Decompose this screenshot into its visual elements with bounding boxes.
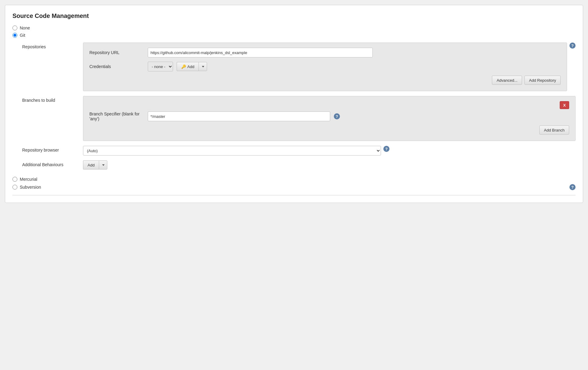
additional-row: Add (83, 160, 576, 170)
radio-group-subversion: Subversion (12, 185, 569, 190)
radio-group-mercurial: Mercurial (12, 177, 576, 182)
branches-content: X Branch Specifier (blank for 'any') ? A… (83, 96, 576, 141)
radio-git-label[interactable]: Git (20, 33, 25, 38)
branch-specifier-input[interactable] (148, 111, 330, 121)
repositories-label: Repositories (22, 43, 83, 49)
bottom-divider (12, 195, 576, 195)
additional-behaviours-content: Add (83, 160, 576, 170)
add-credentials-button[interactable]: 🔑 Add (177, 62, 199, 71)
branches-row: Branches to build X Branch Specifier (bl… (22, 96, 576, 141)
git-section: Repositories Repository URL Credentials (22, 43, 576, 170)
caret-down-icon (202, 66, 204, 67)
credentials-select[interactable]: - none - (148, 62, 173, 71)
radio-git[interactable] (12, 33, 17, 38)
repositories-panel: Repository URL Credentials - none - (83, 43, 567, 91)
add-credentials-button-group: 🔑 Add (177, 62, 207, 71)
radio-mercurial[interactable] (12, 177, 17, 182)
repo-browser-label: Repository browser (22, 146, 83, 152)
radio-group-none: None (12, 26, 576, 30)
radio-none[interactable] (12, 26, 17, 30)
repositories-content: Repository URL Credentials - none - (83, 43, 576, 91)
branches-with-help: X Branch Specifier (blank for 'any') ? A… (83, 96, 576, 141)
repo-browser-with-help: (Auto) ? (83, 146, 576, 156)
additional-behaviours-label: Additional Behaviours (22, 160, 83, 167)
add-behaviour-button-group: Add (83, 160, 107, 170)
repo-browser-row: Repository browser (Auto) ? (22, 146, 576, 156)
radio-group-subversion-row: Subversion ? (12, 184, 576, 190)
branch-specifier-label: Branch Specifier (blank for 'any') (89, 111, 144, 121)
repositories-with-help: Repository URL Credentials - none - (83, 43, 576, 91)
scm-panel: Source Code Management None Git Reposito… (5, 5, 583, 203)
repo-buttons-right: Advanced... Add Repository (89, 76, 561, 85)
radio-none-label[interactable]: None (20, 26, 30, 30)
branch-buttons-right: Add Branch (89, 125, 569, 135)
add-repository-button[interactable]: Add Repository (524, 76, 561, 85)
radio-mercurial-label[interactable]: Mercurial (20, 177, 37, 182)
repo-browser-content: (Auto) ? (83, 146, 576, 156)
subversion-help-icon[interactable]: ? (569, 184, 576, 190)
branch-specifier-help-icon[interactable]: ? (334, 113, 340, 119)
add-credentials-dropdown-button[interactable] (199, 62, 207, 71)
radio-subversion-label[interactable]: Subversion (20, 185, 41, 190)
repo-url-input[interactable] (148, 48, 373, 57)
credentials-label: Credentials (89, 64, 144, 69)
add-behaviour-button[interactable]: Add (83, 160, 99, 170)
credentials-row: Credentials - none - 🔑 Add (89, 62, 561, 71)
branch-specifier-row: Branch Specifier (blank for 'any') ? (89, 111, 569, 121)
branches-label: Branches to build (22, 96, 83, 103)
branches-panel: X Branch Specifier (blank for 'any') ? A… (83, 96, 576, 141)
add-behaviour-caret-icon (102, 164, 105, 166)
add-behaviour-dropdown-button[interactable] (99, 160, 107, 170)
repo-browser-help-icon[interactable]: ? (383, 146, 389, 152)
advanced-button[interactable]: Advanced... (492, 76, 522, 85)
remove-branch-button[interactable]: X (560, 101, 569, 109)
repo-url-label: Repository URL (89, 50, 144, 55)
repo-browser-select[interactable]: (Auto) (83, 146, 381, 156)
key-icon: 🔑 (181, 64, 186, 69)
radio-subversion[interactable] (12, 185, 17, 190)
additional-behaviours-row: Additional Behaviours Add (22, 160, 576, 170)
x-button-row: X (89, 101, 569, 109)
repo-url-row: Repository URL (89, 48, 561, 57)
add-label: Add (187, 64, 194, 69)
repositories-help-icon[interactable]: ? (569, 43, 576, 49)
page-title: Source Code Management (12, 12, 576, 19)
radio-group-git: Git (12, 33, 576, 38)
add-branch-button[interactable]: Add Branch (539, 125, 569, 135)
repositories-row: Repositories Repository URL Credentials (22, 43, 576, 91)
